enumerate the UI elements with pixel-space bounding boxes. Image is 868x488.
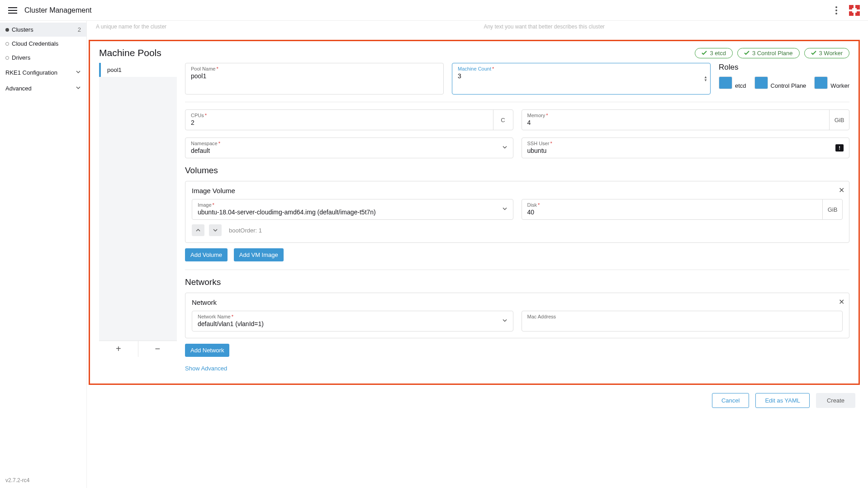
main-content: A unique name for the cluster Any text y… xyxy=(87,21,868,488)
badge-worker: 3 Worker xyxy=(804,48,850,58)
ssh-user-field[interactable]: SSH User* ! xyxy=(522,137,850,158)
close-icon[interactable]: ✕ xyxy=(839,186,844,194)
network-name-value: default/vlan1 (vlanId=1) xyxy=(198,320,508,327)
memory-field[interactable]: Memory* GiB xyxy=(522,109,850,130)
app-title: Cluster Management xyxy=(24,6,92,14)
boot-order-up-button[interactable] xyxy=(192,224,204,236)
cpus-input[interactable] xyxy=(191,119,508,126)
memory-input[interactable] xyxy=(527,119,844,126)
networks-title: Networks xyxy=(185,277,849,287)
sidebar-expander-advanced[interactable]: Advanced xyxy=(0,81,86,96)
pool-tabs: pool1 + − xyxy=(99,63,177,357)
role-control-plane-checkbox[interactable]: Control Plane xyxy=(754,76,806,95)
cluster-name-row: A unique name for the cluster Any text y… xyxy=(87,21,868,33)
sidebar-item-clusters[interactable]: Clusters 2 xyxy=(0,23,86,37)
create-button[interactable]: Create xyxy=(816,393,855,408)
cpus-unit: C xyxy=(493,110,513,130)
badge-control-plane: 3 Control Plane xyxy=(737,48,800,58)
chevron-down-icon xyxy=(502,318,508,325)
check-icon xyxy=(702,51,707,55)
check-icon xyxy=(811,51,816,55)
cluster-desc-placeholder[interactable]: Any text you want that better describes … xyxy=(483,21,861,33)
svg-point-1 xyxy=(835,9,837,11)
badge-etcd: 3 etcd xyxy=(695,48,732,58)
disk-input[interactable] xyxy=(527,208,837,216)
footer-actions: Cancel Edit as YAML Create xyxy=(87,385,868,412)
check-icon xyxy=(744,51,749,55)
chevron-down-icon xyxy=(502,145,508,152)
sidebar-item-label: RKE1 Configuration xyxy=(5,69,57,76)
top-bar: Cluster Management xyxy=(0,0,868,21)
disk-unit: GiB xyxy=(822,199,842,219)
boot-order-label: bootOrder: 1 xyxy=(229,227,262,234)
machine-count-input[interactable] xyxy=(458,72,705,80)
cancel-button[interactable]: Cancel xyxy=(712,393,749,408)
machine-count-field[interactable]: Machine Count* ▲▼ xyxy=(452,63,711,95)
sidebar: Clusters 2 Cloud Credentials Drivers RKE… xyxy=(0,21,87,488)
cluster-name-placeholder[interactable]: A unique name for the cluster xyxy=(95,21,474,33)
role-etcd-checkbox[interactable]: etcd xyxy=(719,76,746,95)
namespace-field[interactable]: Namespace* default xyxy=(185,137,513,158)
cluster-dot-icon xyxy=(5,28,9,32)
machine-pools-title: Machine Pools xyxy=(99,47,161,58)
edit-as-yaml-button[interactable]: Edit as YAML xyxy=(755,393,810,408)
pool-tab-pool1[interactable]: pool1 xyxy=(99,63,177,77)
roles-title: Roles xyxy=(719,63,849,72)
kebab-menu-icon[interactable] xyxy=(830,6,843,14)
machine-pools-section: Machine Pools 3 etcd 3 Control Plane xyxy=(89,40,860,385)
clusters-count: 2 xyxy=(78,26,81,33)
memory-unit: GiB xyxy=(829,110,849,130)
svg-point-2 xyxy=(835,13,837,14)
brand-logo-icon xyxy=(847,3,862,18)
version-label: v2.7.2-rc4 xyxy=(0,473,86,488)
network-box-title: Network xyxy=(192,298,843,306)
svg-rect-7 xyxy=(852,8,857,13)
namespace-value: default xyxy=(191,147,508,154)
image-field[interactable]: Image* ubuntu-18.04-server-cloudimg-amd6… xyxy=(192,199,513,220)
ssh-user-input[interactable] xyxy=(527,147,844,154)
disk-field[interactable]: Disk* GiB xyxy=(522,199,843,220)
volumes-title: Volumes xyxy=(185,166,849,175)
info-icon[interactable]: ! xyxy=(835,144,844,152)
add-pool-button[interactable]: + xyxy=(99,341,138,357)
cpus-field[interactable]: CPUs* C xyxy=(185,109,513,130)
add-volume-button[interactable]: Add Volume xyxy=(185,248,228,261)
image-value: ubuntu-18.04-server-cloudimg-amd64.img (… xyxy=(198,208,508,216)
boot-order-down-button[interactable] xyxy=(209,224,222,236)
sidebar-expander-rke1[interactable]: RKE1 Configuration xyxy=(0,65,86,81)
chevron-down-icon xyxy=(76,85,81,92)
chevron-down-icon xyxy=(502,206,508,213)
pool-name-input[interactable] xyxy=(191,72,438,80)
chevron-down-icon xyxy=(76,69,81,76)
add-network-button[interactable]: Add Network xyxy=(185,344,229,357)
image-volume-box: Image Volume ✕ Image* ubuntu-18.04-serve… xyxy=(185,181,849,243)
sidebar-item-label: Drivers xyxy=(12,54,30,61)
dot-icon xyxy=(5,42,9,46)
sidebar-item-label: Cloud Credentials xyxy=(12,40,58,47)
sidebar-item-label: Clusters xyxy=(12,26,33,33)
number-spinner[interactable]: ▲▼ xyxy=(704,76,707,82)
roles-block: Roles etcd Control Plane Worker xyxy=(719,63,849,95)
menu-icon[interactable] xyxy=(6,4,19,17)
sidebar-item-label: Advanced xyxy=(5,85,32,92)
add-vm-image-button[interactable]: Add VM Image xyxy=(234,248,284,261)
sidebar-item-drivers[interactable]: Drivers xyxy=(0,51,86,65)
image-volume-title: Image Volume xyxy=(192,187,843,194)
pool-name-field[interactable]: Pool Name* xyxy=(185,63,444,95)
remove-pool-button[interactable]: − xyxy=(138,341,177,357)
mac-address-input[interactable] xyxy=(527,320,837,327)
close-icon[interactable]: ✕ xyxy=(839,298,844,306)
network-name-field[interactable]: Network Name* default/vlan1 (vlanId=1) xyxy=(192,311,513,332)
mac-address-field[interactable]: Mac Address xyxy=(522,311,843,332)
dot-icon xyxy=(5,56,9,60)
svg-point-0 xyxy=(835,6,837,8)
sidebar-item-cloud-credentials[interactable]: Cloud Credentials xyxy=(0,37,86,51)
network-box: Network ✕ Network Name* default/vlan1 (v… xyxy=(185,293,849,338)
role-worker-checkbox[interactable]: Worker xyxy=(814,76,849,95)
show-advanced-link[interactable]: Show Advanced xyxy=(185,362,227,374)
